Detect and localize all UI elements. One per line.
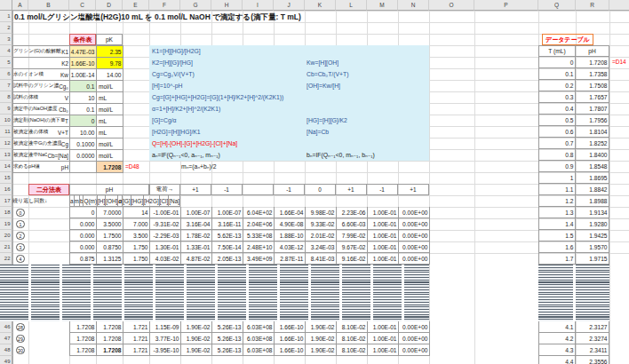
- cell-a[interactable]: 0.000: [70, 241, 97, 253]
- cell-hg[interactable]: 9.33E-02: [306, 218, 337, 230]
- cell-h[interactable]: 1.00E-07: [181, 207, 212, 218]
- bisection-ph-header[interactable]: pH: [69, 184, 149, 195]
- condition-value-cell[interactable]: [70, 162, 97, 173]
- cell-oh[interactable]: 1.00E-07: [212, 207, 243, 218]
- cell-a[interactable]: 1.7208: [70, 333, 97, 344]
- cell-ph[interactable]: 1.8988: [576, 195, 609, 207]
- cell-m[interactable]: 3.5000: [97, 218, 123, 230]
- row-header[interactable]: 12: [0, 138, 12, 149]
- condition-label-cell[interactable]: 被滴定液中NaOHの全濃度 Cb=[Na]: [13, 150, 70, 162]
- column-header[interactable]: E: [123, 0, 149, 11]
- row-header[interactable]: 46: [0, 321, 12, 333]
- cell-t[interactable]: 1.5: [538, 230, 576, 241]
- cell-a[interactable]: 0.000: [70, 218, 97, 230]
- cell-a[interactable]: 1.7208: [70, 321, 97, 333]
- cell-g[interactable]: 1.66E-10: [275, 344, 306, 356]
- column-header[interactable]: R: [576, 0, 609, 11]
- cell-alpha[interactable]: 6.03E+08: [243, 333, 275, 344]
- column-header[interactable]: D: [96, 0, 123, 11]
- charge-cell[interactable]: -1: [367, 184, 398, 195]
- cell-g[interactable]: 4.90E-08: [275, 218, 306, 230]
- cell-b[interactable]: 1.721: [123, 321, 150, 333]
- cell-ph[interactable]: 1.7807: [576, 103, 609, 115]
- cell-ph[interactable]: 1.7358: [576, 68, 609, 80]
- formula-reference-note-d14[interactable]: =D14: [612, 59, 626, 65]
- row-header[interactable]: 8: [0, 91, 12, 103]
- cell-alpha[interactable]: 5.33E+08: [243, 230, 275, 241]
- cell-t[interactable]: 1: [538, 172, 576, 184]
- row-header[interactable]: 2: [0, 22, 12, 34]
- cell-cl[interactable]: 1.00E-01: [368, 241, 399, 253]
- cell-t[interactable]: 0.5: [538, 115, 576, 126]
- bisection-column-header[interactable]: [OH]: [106, 195, 118, 207]
- condition-value-cell[interactable]: 10.00: [70, 127, 97, 138]
- cell-na[interactable]: 0.00E+00: [399, 344, 430, 356]
- sheet-title-cell[interactable]: 0.1 mol/Lグリシン塩酸塩(H2G)10 mL を 0.1 mol/L N…: [14, 12, 301, 23]
- cell-t[interactable]: 1.1: [538, 184, 576, 195]
- cell-h2g[interactable]: 8.10E-02: [337, 344, 368, 356]
- iteration-number-cell[interactable]: 0: [12, 207, 28, 218]
- cell-a[interactable]: 0: [70, 207, 97, 218]
- bisection-column-header[interactable]: [Cl]: [160, 195, 170, 207]
- cell-t[interactable]: 0: [538, 57, 576, 68]
- column-header[interactable]: C: [69, 0, 96, 11]
- cell-h2g[interactable]: 9.16E-02: [337, 253, 368, 265]
- bisection-column-header[interactable]: [HG]: [131, 195, 144, 207]
- cell-hg[interactable]: 1.90E-02: [306, 344, 337, 356]
- cell-t[interactable]: 0.1: [538, 68, 576, 80]
- cell-h[interactable]: 1.90E-02: [181, 333, 212, 344]
- cell-t[interactable]: 0.7: [538, 138, 576, 149]
- column-header[interactable]: P: [474, 0, 538, 11]
- cell-ph[interactable]: 1.9570: [576, 241, 609, 253]
- charge-cell[interactable]: -1: [211, 184, 243, 195]
- cell-a[interactable]: 1.7208: [70, 344, 97, 356]
- formula-left[interactable]: aₙ=IF(Qₙ₋₁<0, aₙ₋₁, mₙ₋₁): [149, 152, 307, 159]
- row-header[interactable]: 20: [0, 230, 12, 241]
- bisection-table-label[interactable]: 二分法表: [28, 184, 69, 195]
- cell-b[interactable]: 1.750: [123, 253, 150, 265]
- formula-right[interactable]: [Na]=Cb: [307, 129, 329, 135]
- cell-h[interactable]: 1.90E-02: [181, 344, 212, 356]
- condition-value-cell[interactable]: 10: [70, 92, 97, 104]
- row-header[interactable]: 7: [0, 80, 12, 91]
- charge-row-label[interactable]: 電荷→: [149, 184, 180, 195]
- condition-unit-cell[interactable]: 14.00: [97, 69, 123, 81]
- cell-m[interactable]: 0.8750: [97, 241, 123, 253]
- formula-left[interactable]: Q=[H]-[OH]-[G]+[H2G]-[Cl]+[Na]: [149, 140, 307, 146]
- cell-t[interactable]: 0.8: [538, 149, 576, 161]
- cell-m[interactable]: 7.0000: [97, 207, 123, 218]
- cell-cl[interactable]: 1.00E-01: [368, 344, 399, 356]
- row-header[interactable]: 11: [0, 126, 12, 138]
- condition-unit-cell[interactable]: mol/L: [97, 138, 123, 150]
- cell-alpha[interactable]: 6.04E+02: [243, 207, 275, 218]
- cell-ph[interactable]: 1.8252: [576, 138, 609, 149]
- cell-ph[interactable]: 1.9715: [576, 253, 609, 265]
- formula-left[interactable]: [H]=10^-pH: [149, 83, 307, 89]
- column-header[interactable]: G: [180, 0, 211, 11]
- formula-right[interactable]: Cb=Cb₀T/(V+T): [307, 71, 348, 77]
- condition-unit-cell[interactable]: 9.78: [97, 58, 123, 69]
- cell-g[interactable]: 1.66E-10: [275, 321, 306, 333]
- cell-g[interactable]: 1.88E-10: [275, 230, 306, 241]
- charge-cell[interactable]: +1: [398, 184, 429, 195]
- iteration-number-cell[interactable]: 2: [12, 230, 28, 241]
- cell-h[interactable]: 3.16E-04: [181, 218, 212, 230]
- charge-cell[interactable]: [243, 184, 274, 195]
- condition-label-cell[interactable]: 水のイオン積 Kw: [13, 69, 70, 81]
- iteration-count-label[interactable]: 繰り返し回数↓: [12, 195, 69, 207]
- column-header[interactable]: L: [336, 0, 367, 11]
- column-header[interactable]: O: [429, 0, 474, 11]
- formula-left[interactable]: [G]=Cg/α: [149, 117, 307, 123]
- bisection-column-header[interactable]: Q(m): [84, 195, 98, 207]
- row-header[interactable]: 14: [0, 161, 12, 172]
- cell-na[interactable]: 0.00E+00: [399, 321, 430, 333]
- cell-qm[interactable]: -1.00E-01: [150, 207, 181, 218]
- cell-g[interactable]: 2.87E-11: [275, 253, 306, 265]
- cell-cl[interactable]: 1.00E-01: [368, 207, 399, 218]
- column-header[interactable]: N: [398, 0, 429, 11]
- select-all-corner[interactable]: [0, 0, 12, 11]
- column-header[interactable]: Q: [538, 0, 576, 11]
- cell-alpha[interactable]: 3.49E+09: [243, 253, 275, 265]
- cell-t[interactable]: 1.3: [538, 207, 576, 218]
- cell-m[interactable]: 1.7208: [97, 333, 123, 344]
